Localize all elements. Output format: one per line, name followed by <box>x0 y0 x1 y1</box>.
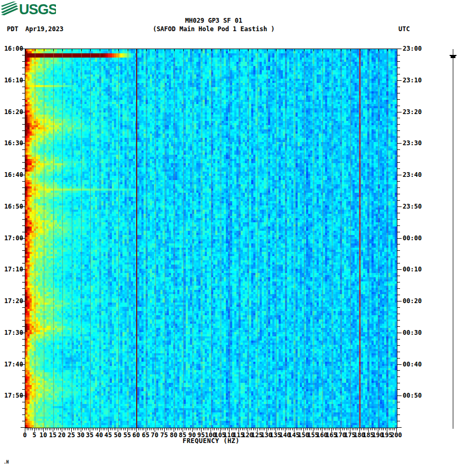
frequency-axis-tick <box>240 428 241 430</box>
frequency-axis-tick <box>42 428 42 430</box>
frequency-axis-tick <box>374 428 375 430</box>
frequency-axis-tick <box>60 428 61 430</box>
time-axis-tick <box>397 238 402 239</box>
time-axis-tick <box>397 320 400 321</box>
time-axis-tick <box>397 389 400 390</box>
frequency-axis-tick <box>296 428 297 430</box>
scale-bar-marker-block <box>451 56 455 58</box>
time-axis-tick <box>397 427 402 428</box>
frequency-axis-tick <box>233 428 233 430</box>
frequency-axis-tick <box>372 428 373 430</box>
frequency-axis-tick <box>69 428 70 430</box>
time-axis-tick <box>397 99 400 100</box>
frequency-axis-tick <box>144 428 144 430</box>
frequency-axis-tick <box>96 428 96 430</box>
time-axis-tick <box>22 389 25 390</box>
time-axis-tick <box>397 415 400 415</box>
usgs-spectrogram-page: { "header": { "logo_text": "USGS", "stat… <box>0 0 476 471</box>
time-axis-tick <box>397 370 400 371</box>
time-axis-tick <box>22 181 25 182</box>
time-axis-tick <box>397 352 400 352</box>
time-axis-tick <box>22 219 25 220</box>
frequency-axis-tick <box>224 428 224 430</box>
frequency-axis-tick <box>49 428 50 430</box>
frequency-axis-tick <box>207 428 207 430</box>
frequency-axis-tick <box>216 428 217 430</box>
time-axis-tick <box>397 200 400 201</box>
time-axis-tick <box>22 99 25 100</box>
frequency-axis-tick <box>318 428 319 430</box>
timezone-right-label: UTC <box>398 25 410 33</box>
frequency-axis-tick <box>84 428 85 430</box>
time-axis-tick <box>22 257 25 257</box>
frequency-axis-tick <box>93 428 94 430</box>
frequency-axis-tick <box>279 428 280 430</box>
time-axis-tick <box>22 376 25 377</box>
frequency-axis-tick <box>367 428 367 430</box>
frequency-axis-tick <box>36 428 36 430</box>
frequency-axis-tick <box>121 428 122 430</box>
time-axis-tick <box>22 421 25 421</box>
frequency-axis-tick <box>365 428 365 430</box>
time-axis-tick <box>22 194 25 194</box>
frequency-axis-tick <box>73 428 74 430</box>
time-axis-tick <box>397 326 400 327</box>
right-time-label: 23:50 <box>403 203 422 210</box>
frequency-axis-tick <box>135 428 135 430</box>
time-axis-tick <box>397 250 400 251</box>
right-time-label: 00:30 <box>403 329 422 336</box>
amplitude-scale-bar <box>453 49 453 429</box>
frequency-axis-tick <box>110 428 111 430</box>
frequency-axis-tick <box>389 428 389 430</box>
time-axis-tick <box>397 402 400 402</box>
frequency-axis-tick <box>244 428 244 430</box>
frequency-axis-tick <box>188 428 189 430</box>
frequency-axis-tick <box>363 428 364 430</box>
left-time-label: 17:30 <box>0 329 23 336</box>
timezone-left-label: PDT <box>7 25 18 33</box>
frequency-axis-tick <box>132 428 133 430</box>
left-time-label: 16:30 <box>0 139 23 147</box>
frequency-axis-tick <box>170 428 170 430</box>
time-axis-tick <box>397 187 400 188</box>
frequency-axis-tick <box>196 428 196 430</box>
frequency-axis-tick <box>179 428 179 430</box>
frequency-axis-tick <box>162 428 163 430</box>
time-axis-tick <box>397 395 402 396</box>
frequency-axis-label: 50 <box>114 431 121 439</box>
time-axis-tick <box>22 320 25 321</box>
right-time-label: 23:00 <box>403 45 422 52</box>
right-time-label: 00:20 <box>403 297 422 305</box>
frequency-axis-tick <box>218 428 218 430</box>
frequency-axis-tick <box>383 428 384 430</box>
frequency-axis-tick <box>125 428 126 430</box>
frequency-axis-tick <box>278 428 278 430</box>
frequency-axis-label: 65 <box>142 431 149 439</box>
frequency-axis-tick <box>352 428 353 430</box>
frequency-axis-tick <box>51 428 51 430</box>
time-axis-tick <box>397 383 400 383</box>
right-time-label: 23:20 <box>403 108 422 116</box>
right-time-label: 00:40 <box>403 361 422 368</box>
time-axis-tick <box>22 187 25 188</box>
time-axis-tick <box>397 421 400 421</box>
frequency-axis-tick <box>281 428 282 430</box>
frequency-axis-tick <box>203 428 204 430</box>
frequency-axis-tick <box>28 428 29 430</box>
frequency-axis-tick <box>158 428 159 430</box>
frequency-axis-tick <box>354 428 354 430</box>
right-time-label: 00:10 <box>403 266 422 273</box>
frequency-axis-title: FREQUENCY (HZ) <box>183 437 240 445</box>
frequency-axis-tick <box>82 428 83 430</box>
frequency-axis-tick <box>361 428 361 430</box>
frequency-axis-tick <box>77 428 78 430</box>
time-axis-tick <box>397 358 400 359</box>
frequency-axis-tick <box>114 428 115 430</box>
frequency-axis-tick <box>112 428 112 430</box>
frequency-axis-label: 20 <box>58 431 65 439</box>
frequency-axis-tick <box>292 428 293 430</box>
frequency-axis-tick <box>231 428 232 430</box>
frequency-axis-tick <box>186 428 187 430</box>
frequency-axis-tick <box>56 428 57 430</box>
time-axis-tick <box>397 376 400 377</box>
